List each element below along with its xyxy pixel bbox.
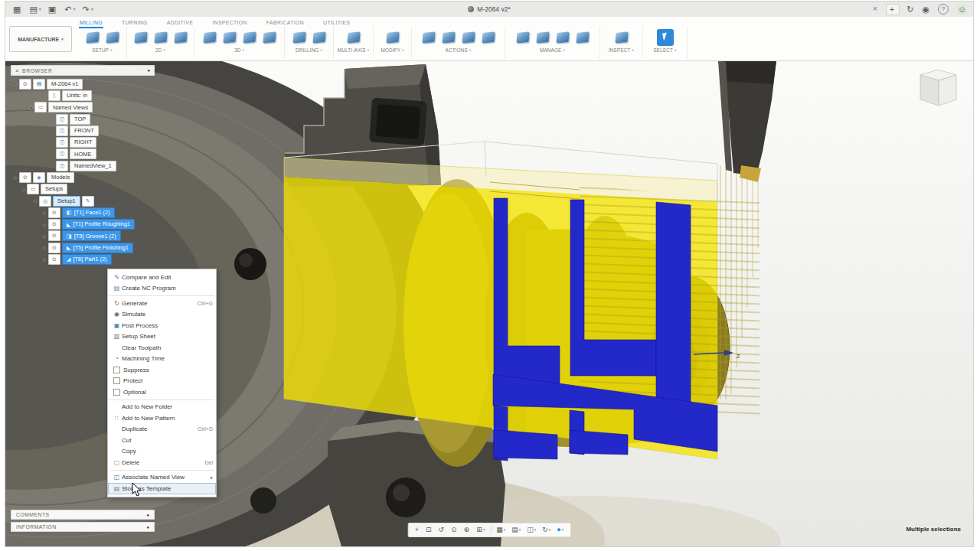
tree-item-label[interactable]: HOME — [70, 148, 96, 159]
tree-item-label[interactable]: [T1] Face1 (2) — [62, 207, 115, 218]
browser-tree-row[interactable]: ▸ [T5] Groove1 (2) — [11, 231, 187, 241]
task-manager-icon[interactable] — [534, 29, 551, 46]
browser-tree-row[interactable]: RIGHT — [11, 137, 187, 147]
measure-icon[interactable] — [613, 29, 630, 46]
bore-icon[interactable] — [311, 29, 328, 46]
context-menu-item[interactable]: Optional ▸ — [108, 386, 216, 398]
browser-tree-row[interactable]: HOME — [11, 149, 187, 159]
tree-item-label[interactable]: [T1] Profile Roughing1 — [62, 219, 135, 230]
fit-icon[interactable]: ⊡ — [423, 527, 435, 533]
parallel-icon[interactable] — [261, 29, 278, 46]
tree-expand-arrow[interactable]: ▾ — [28, 105, 34, 110]
context-menu-item[interactable]: Suppress ▸ — [108, 364, 216, 376]
toolbar-group-dropdown[interactable]: DRILLING ▾ — [296, 47, 322, 53]
comments-dot-icon[interactable]: ● — [146, 513, 149, 517]
view-cube[interactable] — [920, 70, 956, 106]
tree-expand-arrow[interactable]: ▾ — [12, 81, 19, 86]
tree-expand-arrow[interactable]: ▸ — [41, 233, 48, 239]
undo-icon[interactable]: ↶ ▾ — [64, 5, 75, 14]
browser-tree-row[interactable]: Units: in — [11, 90, 187, 100]
context-menu-item[interactable]: Cut ▸ — [108, 435, 216, 446]
browser-tree-row[interactable]: ▾ Setups — [11, 184, 187, 194]
browser-tree-row[interactable]: ▸ [T1] Profile Roughing1 — [11, 219, 187, 229]
context-menu-item[interactable]: Duplicate Ctrl+D ▸ — [108, 424, 216, 435]
tree-item-label[interactable]: Models — [47, 172, 74, 183]
notifications-icon[interactable]: ◉ — [922, 5, 931, 14]
context-menu-item[interactable]: Delete Del ▸ — [108, 457, 216, 468]
browser-tree-row[interactable]: ▾ Setup1 — [11, 196, 187, 206]
orbit-icon[interactable]: ↺ — [436, 527, 448, 533]
browser-tree-row[interactable]: ▸ Models — [11, 172, 187, 182]
browser-menu-icon[interactable]: ≡ — [15, 68, 18, 73]
visibility-eye-icon[interactable] — [48, 219, 60, 230]
generate-toolpath-icon[interactable] — [420, 29, 437, 46]
nc-program-icon[interactable] — [104, 29, 121, 46]
2d-adaptive-icon[interactable] — [132, 29, 149, 46]
information-dot-icon[interactable]: ● — [146, 525, 149, 530]
context-menu-item[interactable]: Associate Named View ▸ — [108, 472, 216, 484]
camera-icon[interactable]: ↻ ▾ — [540, 527, 553, 533]
tree-item-label[interactable]: Setup1 — [53, 196, 80, 207]
tree-item-label[interactable]: [T5] Profile Finishing1 — [62, 243, 133, 253]
tree-expand-arrow[interactable]: ▸ — [12, 174, 19, 180]
browser-collapse-dot-icon[interactable]: ● — [147, 68, 150, 73]
setup-sheet-action-icon[interactable] — [480, 29, 497, 46]
context-menu-item[interactable]: Post Process ▸ — [108, 320, 216, 331]
drill-icon[interactable] — [291, 29, 308, 46]
tree-item-label[interactable]: NamedView_1 — [70, 161, 116, 171]
look-at-icon[interactable]: ⊙ — [449, 527, 460, 533]
toolbar-group-dropdown[interactable]: SELECT ▾ — [653, 47, 676, 53]
visibility-eye-icon[interactable] — [48, 243, 60, 253]
tree-expand-arrow[interactable]: ▸ — [41, 256, 48, 262]
context-menu-item[interactable]: Compare and Edit ▸ — [108, 272, 216, 283]
context-menu-item[interactable]: Generate Ctrl+G ▸ — [108, 298, 216, 309]
data-panel-icon[interactable]: ▦ — [13, 5, 22, 14]
tree-item-label[interactable]: [T6] Part1 (2) — [62, 254, 112, 265]
2d-contour-icon[interactable] — [172, 29, 189, 46]
information-panel[interactable]: INFORMATION ● — [11, 522, 155, 532]
tree-item-label[interactable]: TOP — [70, 114, 90, 125]
context-menu-item[interactable]: Copy ▸ — [108, 446, 216, 458]
browser-tree-row[interactable]: TOP — [11, 114, 187, 124]
browser-tree-row[interactable]: ▾ M-2064 v1 — [11, 79, 187, 89]
browser-tree-row[interactable]: ▸ [T5] Profile Finishing1 — [11, 243, 187, 253]
adaptive-clearing-icon[interactable] — [201, 29, 218, 46]
comments-panel[interactable]: COMMENTS ● — [11, 510, 155, 520]
context-menu-item[interactable]: Simulate ▸ — [108, 309, 216, 321]
zoom-window-icon[interactable]: ⊞ ▾ — [474, 527, 487, 533]
visibility-eye-icon[interactable] — [48, 254, 60, 265]
toolbar-group-dropdown[interactable]: 3D ▾ — [234, 47, 244, 53]
save-icon[interactable]: ▣ — [48, 5, 57, 14]
grid-snaps-icon[interactable]: ▤ ▾ — [509, 527, 523, 533]
templates-icon[interactable] — [554, 29, 571, 46]
toolbar-group-dropdown[interactable]: SETUP ▾ — [92, 47, 112, 53]
browser-tree-row[interactable]: ▾ Named Views — [11, 103, 187, 112]
tree-item-label[interactable]: Units: in — [62, 90, 92, 101]
menu-item-checkbox[interactable] — [113, 367, 120, 373]
viewports-icon[interactable]: ◫ ▾ — [524, 527, 538, 533]
context-menu-item[interactable]: Clear Toolpath ▸ — [108, 342, 216, 354]
context-menu-item[interactable]: Store as Template ▸ — [108, 483, 216, 494]
context-menu-item[interactable]: Machining Time ▸ — [108, 354, 216, 365]
new-setup-icon[interactable] — [84, 29, 101, 46]
context-menu-item[interactable]: Add to New Folder ▸ — [108, 402, 216, 413]
help-icon[interactable]: ? — [938, 4, 950, 15]
visibility-eye-icon[interactable] — [19, 79, 31, 90]
post-library-icon[interactable] — [574, 29, 591, 46]
new-tab-icon[interactable]: + — [886, 4, 900, 15]
pan-icon[interactable]: + — [413, 527, 422, 533]
job-status-icon[interactable]: ↻ — [906, 5, 915, 14]
toolbar-group-dropdown[interactable]: MULTI-AXIS ▾ — [338, 47, 369, 53]
menu-item-checkbox[interactable] — [113, 389, 120, 396]
tree-item-label[interactable]: RIGHT — [70, 137, 96, 148]
visibility-eye-icon[interactable] — [19, 172, 31, 183]
browser-tree-row[interactable]: NamedView_1 — [11, 161, 187, 171]
tree-expand-arrow[interactable]: ▸ — [41, 245, 48, 250]
workspace-selector[interactable]: MANUFACTURE ▾ — [9, 26, 72, 52]
context-menu-item[interactable]: Create NC Program ▸ — [108, 283, 216, 295]
visual-style-icon[interactable]: ● ▾ — [554, 527, 566, 533]
select-cursor-icon[interactable] — [657, 29, 674, 46]
swarf-icon[interactable] — [345, 29, 362, 46]
context-menu-item[interactable]: Protect ▸ — [108, 376, 216, 387]
steep-shallow-icon[interactable] — [241, 29, 258, 46]
